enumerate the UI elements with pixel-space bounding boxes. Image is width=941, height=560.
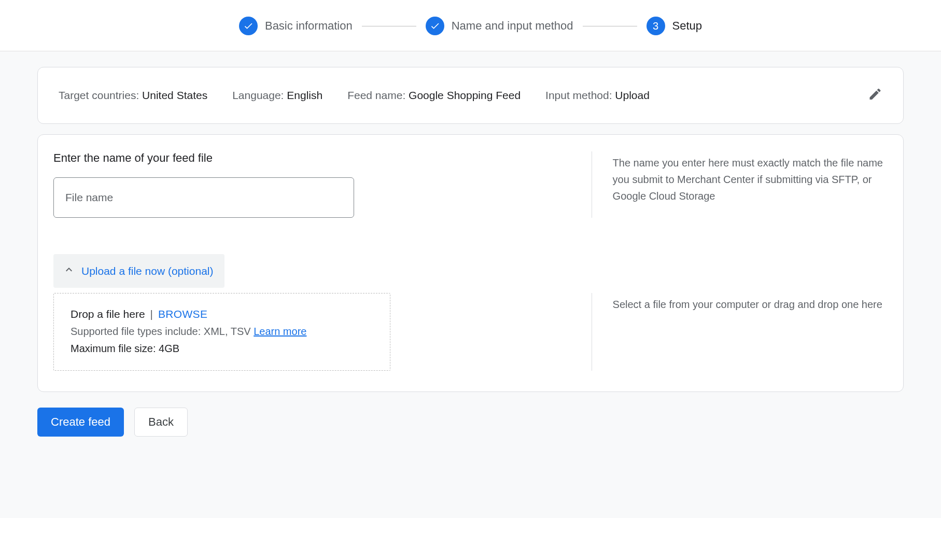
step-label: Name and input method <box>452 19 573 33</box>
step-label: Setup <box>672 19 703 33</box>
step-label: Basic information <box>265 19 353 33</box>
file-dropzone[interactable]: Drop a file here | BROWSE Supported file… <box>53 293 390 371</box>
max-size-text: Maximum file size: 4GB <box>71 343 373 355</box>
step-connector <box>362 26 416 26</box>
check-icon <box>426 17 444 35</box>
help-text-file-name: The name you enter here must exactly mat… <box>592 151 888 218</box>
drop-text: Drop a file here <box>71 308 145 320</box>
check-icon <box>239 17 258 35</box>
back-button[interactable]: Back <box>134 408 188 437</box>
supported-types-text: Supported file types include: XML, TSV <box>71 326 254 337</box>
setup-card: Enter the name of your feed file The nam… <box>37 134 904 392</box>
summary-target-countries: Target countries: United States <box>59 89 207 102</box>
step-basic-information[interactable]: Basic information <box>239 17 353 35</box>
learn-more-link[interactable]: Learn more <box>254 326 306 337</box>
accordion-title: Upload a file now (optional) <box>81 265 213 277</box>
step-number-badge: 3 <box>647 17 665 35</box>
step-connector <box>583 26 637 26</box>
summary-card: Target countries: United States Language… <box>37 67 904 124</box>
separator: | <box>150 308 153 320</box>
summary-input-method: Input method: Upload <box>545 89 650 102</box>
step-setup[interactable]: 3 Setup <box>647 17 703 35</box>
summary-language: Language: English <box>232 89 322 102</box>
stepper: Basic information Name and input method … <box>0 0 941 51</box>
file-name-input[interactable] <box>53 177 354 218</box>
edit-icon[interactable] <box>868 87 882 104</box>
action-bar: Create feed Back <box>37 408 904 437</box>
chevron-up-icon <box>63 263 75 278</box>
summary-feed-name: Feed name: Google Shopping Feed <box>347 89 521 102</box>
upload-accordion-toggle[interactable]: Upload a file now (optional) <box>53 254 224 288</box>
content-area: Target countries: United States Language… <box>0 51 941 518</box>
step-name-input-method[interactable]: Name and input method <box>426 17 573 35</box>
section-title: Enter the name of your feed file <box>53 151 571 165</box>
browse-button[interactable]: BROWSE <box>158 308 207 320</box>
create-feed-button[interactable]: Create feed <box>37 408 124 437</box>
help-text-upload: Select a file from your computer or drag… <box>592 293 888 371</box>
